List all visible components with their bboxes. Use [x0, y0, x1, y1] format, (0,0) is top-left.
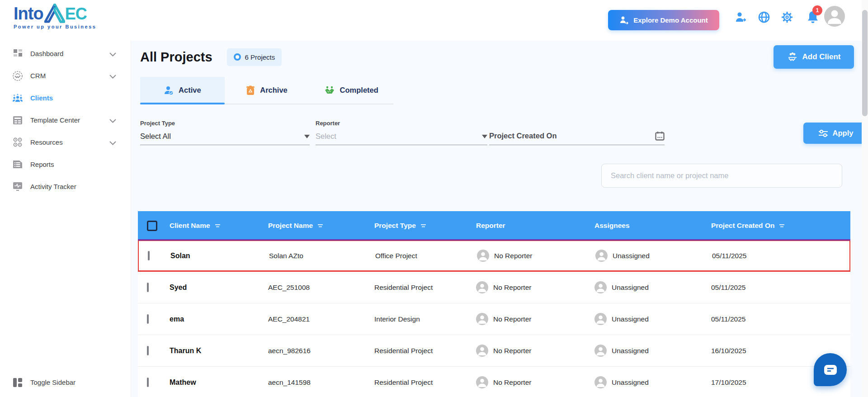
- table-row[interactable]: ema AEC_204821 Interior Design No Report…: [138, 303, 850, 335]
- page-title: All Projects: [140, 50, 212, 65]
- add-client-label: Add Client: [802, 52, 841, 61]
- reporter-filter: Reporter Select: [316, 120, 487, 145]
- chevron-down-icon: [109, 72, 116, 80]
- created-on-cell: 05/11/2025: [711, 315, 850, 323]
- reporter-avatar-icon: [476, 376, 488, 388]
- user-add-icon[interactable]: [734, 11, 747, 24]
- tabs-bar: Active Archive Completed: [140, 77, 393, 104]
- settings-gear-icon[interactable]: [781, 11, 793, 24]
- explore-demo-account-button[interactable]: Explore Demo Account: [608, 10, 719, 30]
- row-checkbox[interactable]: [147, 283, 149, 292]
- project-name-cell: aecn_982616: [268, 347, 374, 355]
- select-all-checkbox[interactable]: [147, 221, 157, 231]
- demo-user-icon: [619, 16, 629, 25]
- assignee-avatar-icon: [594, 376, 607, 388]
- sidebar-item-label: Dashboard: [30, 50, 63, 57]
- sidebar-item-crm[interactable]: CRM: [0, 65, 131, 87]
- tab-active[interactable]: Active: [140, 77, 225, 104]
- table-row[interactable]: Solan Solan AZto Office Project No Repor…: [138, 240, 850, 272]
- project-type-select[interactable]: Select All: [140, 132, 310, 145]
- template-center-icon: [12, 115, 23, 126]
- header-project-created-on[interactable]: Project Created On: [711, 222, 850, 230]
- client-name-cell: Solan: [170, 252, 269, 260]
- brand-logo[interactable]: Into EC Power up your Business: [14, 4, 96, 29]
- page-scrollbar-thumb[interactable]: [862, 10, 868, 116]
- reporter-select[interactable]: Select: [316, 132, 487, 145]
- calendar-icon: [655, 131, 665, 141]
- projects-count-badge: 6 Projects: [227, 48, 282, 66]
- active-user-icon: [164, 85, 174, 95]
- table-row[interactable]: Syed AEC_251008 Residential Project No R…: [138, 272, 850, 303]
- chat-fab-button[interactable]: [814, 353, 847, 386]
- toggle-sidebar-icon: [12, 377, 23, 388]
- table-row[interactable]: Mathew aecn_141598 Residential Project N…: [138, 367, 850, 397]
- sidebar-item-label: Activity Tracker: [30, 183, 76, 190]
- sidebar-item-template-center[interactable]: Template Center: [0, 109, 131, 131]
- row-checkbox[interactable]: [147, 314, 149, 324]
- sort-icon[interactable]: [317, 223, 323, 228]
- table-row[interactable]: Tharun K aecn_982616 Residential Project…: [138, 335, 850, 367]
- assignee-cell: Unassigned: [595, 250, 712, 262]
- notification-count-badge: 1: [812, 5, 822, 15]
- apply-button-label: Apply: [833, 129, 854, 137]
- sidebar-navigation: Dashboard CRM: [0, 41, 131, 397]
- reporter-cell: No Reporter: [476, 281, 594, 293]
- sidebar-item-activity-tracker[interactable]: Activity Tracker: [0, 175, 131, 198]
- crm-handshake-icon: [12, 71, 23, 81]
- dropdown-arrow-icon: [304, 135, 310, 138]
- sort-icon[interactable]: [420, 223, 426, 228]
- header-project-name[interactable]: Project Name: [268, 222, 374, 230]
- project-type-cell: Office Project: [375, 252, 477, 260]
- row-checkbox[interactable]: [147, 346, 149, 355]
- sidebar-item-reports[interactable]: Reports: [0, 153, 131, 175]
- avatar-person-icon: [824, 6, 845, 27]
- created-on-cell: 05/11/2025: [712, 252, 849, 260]
- reporter-label: Reporter: [316, 120, 487, 127]
- sidebar-item-dashboard[interactable]: Dashboard: [0, 43, 131, 65]
- reporter-cell: No Reporter: [476, 313, 594, 325]
- sidebar-item-label: Template Center: [30, 116, 80, 124]
- header-client-name[interactable]: Client Name: [170, 222, 268, 230]
- reporter-cell: No Reporter: [476, 345, 594, 357]
- add-client-button[interactable]: Add Client: [774, 45, 854, 69]
- filters-bar: Project Type Select All Reporter Select …: [140, 120, 854, 147]
- chevron-down-icon: [109, 139, 116, 147]
- project-name-cell: Solan AZto: [269, 252, 375, 260]
- search-bar: [601, 164, 842, 188]
- created-on-datepicker[interactable]: Project Created On: [489, 131, 665, 145]
- profile-avatar[interactable]: [824, 6, 845, 27]
- sort-icon[interactable]: [779, 223, 785, 228]
- globe-icon[interactable]: [758, 11, 770, 24]
- sidebar-item-label: CRM: [30, 72, 46, 80]
- logo-tagline: Power up your Business: [14, 24, 96, 29]
- tab-archive[interactable]: Archive: [225, 77, 309, 104]
- clients-people-icon: [12, 93, 23, 104]
- tab-completed[interactable]: Completed: [309, 77, 393, 104]
- chevron-down-icon: [109, 117, 116, 125]
- sidebar-item-label: Clients: [30, 94, 53, 102]
- client-name-cell: Mathew: [170, 378, 268, 387]
- assignee-avatar-icon: [594, 281, 607, 293]
- reporter-placeholder: Select: [316, 132, 336, 141]
- reporter-avatar-icon: [477, 250, 489, 262]
- project-type-cell: Interior Design: [374, 315, 476, 323]
- dashboard-icon: [12, 48, 23, 59]
- activity-tracker-icon: [12, 181, 23, 192]
- header-project-type[interactable]: Project Type: [374, 222, 476, 230]
- apply-filters-button[interactable]: Apply: [803, 123, 868, 144]
- assignee-cell: Unassigned: [594, 345, 711, 357]
- toggle-sidebar-button[interactable]: Toggle Sidebar: [0, 371, 131, 393]
- logo-ec-text: EC: [65, 5, 87, 24]
- chat-message-icon: [824, 364, 837, 375]
- search-input[interactable]: [601, 164, 842, 188]
- row-checkbox[interactable]: [147, 378, 149, 387]
- project-type-cell: Residential Project: [374, 347, 476, 355]
- row-checkbox[interactable]: [148, 251, 150, 260]
- project-name-cell: AEC_204821: [268, 315, 374, 323]
- sidebar-item-clients[interactable]: Clients: [0, 87, 131, 109]
- logo-triangle-icon: [44, 4, 65, 24]
- notifications-bell[interactable]: 1: [806, 10, 820, 24]
- sort-icon[interactable]: [215, 223, 221, 228]
- sidebar-item-resources[interactable]: Resources: [0, 131, 131, 153]
- header-reporter: Reporter: [476, 222, 594, 230]
